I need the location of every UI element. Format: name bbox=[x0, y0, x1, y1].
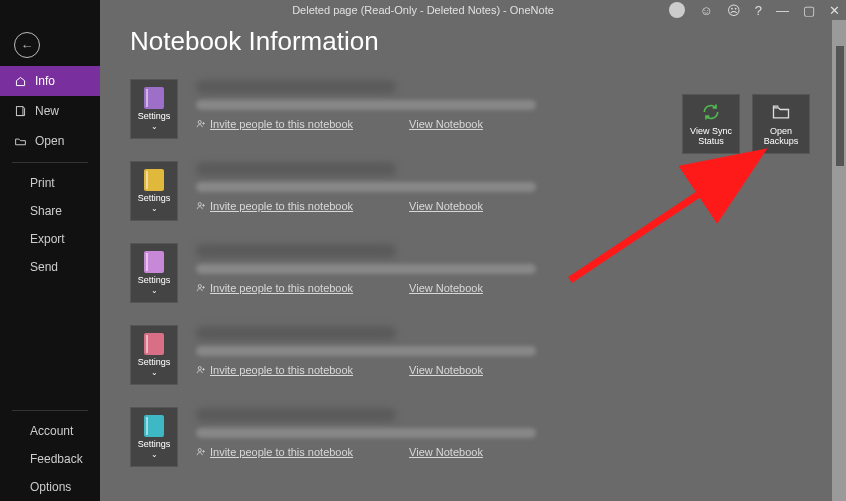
divider bbox=[12, 410, 88, 411]
notebook-settings-button[interactable]: Settings ⌄ bbox=[130, 407, 178, 467]
view-notebook-link[interactable]: View Notebook bbox=[409, 446, 483, 458]
main-content: Notebook Information View SyncStatus Ope… bbox=[100, 0, 846, 501]
avatar[interactable] bbox=[669, 2, 685, 18]
chevron-down-icon: ⌄ bbox=[151, 450, 158, 459]
folder-icon bbox=[771, 102, 791, 122]
notebook-title-blurred bbox=[196, 162, 396, 176]
sidebar-item-share[interactable]: Share bbox=[0, 197, 100, 225]
view-notebook-link[interactable]: View Notebook bbox=[409, 118, 483, 130]
notebook-settings-button[interactable]: Settings ⌄ bbox=[130, 243, 178, 303]
chevron-down-icon: ⌄ bbox=[151, 286, 158, 295]
person-add-icon bbox=[196, 447, 206, 457]
svg-point-2 bbox=[198, 203, 201, 206]
sidebar-item-label: Info bbox=[35, 74, 55, 88]
svg-point-3 bbox=[198, 285, 201, 288]
notebook-row: Settings ⌄ Invite people to this noteboo… bbox=[130, 325, 822, 385]
maximize-icon[interactable]: ▢ bbox=[803, 3, 815, 18]
sidebar-item-export[interactable]: Export bbox=[0, 225, 100, 253]
sad-face-icon[interactable]: ☹ bbox=[727, 3, 741, 18]
sidebar-item-new[interactable]: New bbox=[0, 96, 100, 126]
arrow-left-icon: ← bbox=[21, 38, 34, 53]
svg-point-5 bbox=[198, 449, 201, 452]
notebook-row: Settings ⌄ Invite people to this noteboo… bbox=[130, 407, 822, 467]
sidebar-item-info[interactable]: Info bbox=[0, 66, 100, 96]
divider bbox=[12, 162, 88, 163]
sidebar-item-send[interactable]: Send bbox=[0, 253, 100, 281]
new-icon bbox=[14, 105, 27, 118]
minimize-icon[interactable]: — bbox=[776, 3, 789, 18]
settings-label: Settings bbox=[138, 193, 171, 203]
notebook-icon bbox=[144, 415, 164, 437]
notebook-title-blurred bbox=[196, 244, 396, 258]
settings-label: Settings bbox=[138, 111, 171, 121]
sidebar-item-feedback[interactable]: Feedback bbox=[0, 445, 100, 473]
settings-label: Settings bbox=[138, 275, 171, 285]
svg-rect-0 bbox=[16, 106, 23, 115]
person-add-icon bbox=[196, 201, 206, 211]
invite-people-link[interactable]: Invite people to this notebook bbox=[196, 446, 353, 458]
title-bar: Deleted page (Read-Only - Deleted Notes)… bbox=[0, 0, 846, 20]
open-backups-button[interactable]: OpenBackups bbox=[752, 94, 810, 154]
notebook-title-blurred bbox=[196, 80, 396, 94]
scrollbar-thumb[interactable] bbox=[836, 46, 844, 166]
notebook-path-blurred bbox=[196, 100, 536, 110]
close-icon[interactable]: ✕ bbox=[829, 3, 840, 18]
help-icon[interactable]: ? bbox=[755, 3, 762, 18]
sidebar-item-account[interactable]: Account bbox=[0, 417, 100, 445]
notebook-settings-button[interactable]: Settings ⌄ bbox=[130, 161, 178, 221]
view-sync-status-button[interactable]: View SyncStatus bbox=[682, 94, 740, 154]
sidebar-item-options[interactable]: Options bbox=[0, 473, 100, 501]
chevron-down-icon: ⌄ bbox=[151, 122, 158, 131]
happy-face-icon[interactable]: ☺ bbox=[699, 3, 712, 18]
person-add-icon bbox=[196, 365, 206, 375]
invite-people-link[interactable]: Invite people to this notebook bbox=[196, 282, 353, 294]
page-title: Notebook Information bbox=[130, 26, 822, 57]
notebook-icon bbox=[144, 251, 164, 273]
notebook-title-blurred bbox=[196, 408, 396, 422]
open-icon bbox=[14, 135, 27, 148]
window-title: Deleted page (Read-Only - Deleted Notes)… bbox=[292, 4, 554, 16]
notebook-row: Settings ⌄ Invite people to this noteboo… bbox=[130, 161, 822, 221]
view-notebook-link[interactable]: View Notebook bbox=[409, 200, 483, 212]
sidebar-item-open[interactable]: Open bbox=[0, 126, 100, 156]
info-icon bbox=[14, 75, 27, 88]
sync-icon bbox=[701, 102, 721, 122]
view-notebook-link[interactable]: View Notebook bbox=[409, 364, 483, 376]
settings-label: Settings bbox=[138, 439, 171, 449]
notebook-icon bbox=[144, 87, 164, 109]
notebook-path-blurred bbox=[196, 428, 536, 438]
svg-point-4 bbox=[198, 367, 201, 370]
notebook-settings-button[interactable]: Settings ⌄ bbox=[130, 325, 178, 385]
notebook-path-blurred bbox=[196, 346, 536, 356]
notebook-icon bbox=[144, 333, 164, 355]
notebook-settings-button[interactable]: Settings ⌄ bbox=[130, 79, 178, 139]
notebook-row: Settings ⌄ Invite people to this noteboo… bbox=[130, 243, 822, 303]
invite-people-link[interactable]: Invite people to this notebook bbox=[196, 364, 353, 376]
svg-point-1 bbox=[198, 121, 201, 124]
view-notebook-link[interactable]: View Notebook bbox=[409, 282, 483, 294]
notebook-path-blurred bbox=[196, 264, 536, 274]
scrollbar-track[interactable] bbox=[832, 20, 846, 501]
invite-people-link[interactable]: Invite people to this notebook bbox=[196, 118, 353, 130]
sidebar-item-print[interactable]: Print bbox=[0, 169, 100, 197]
notebook-path-blurred bbox=[196, 182, 536, 192]
chevron-down-icon: ⌄ bbox=[151, 204, 158, 213]
chevron-down-icon: ⌄ bbox=[151, 368, 158, 377]
notebook-icon bbox=[144, 169, 164, 191]
settings-label: Settings bbox=[138, 357, 171, 367]
invite-people-link[interactable]: Invite people to this notebook bbox=[196, 200, 353, 212]
sidebar: ← Info New Open Print Share Export Send bbox=[0, 0, 100, 501]
person-add-icon bbox=[196, 283, 206, 293]
person-add-icon bbox=[196, 119, 206, 129]
sidebar-item-label: New bbox=[35, 104, 59, 118]
back-button[interactable]: ← bbox=[14, 32, 40, 58]
notebook-title-blurred bbox=[196, 326, 396, 340]
sidebar-item-label: Open bbox=[35, 134, 64, 148]
